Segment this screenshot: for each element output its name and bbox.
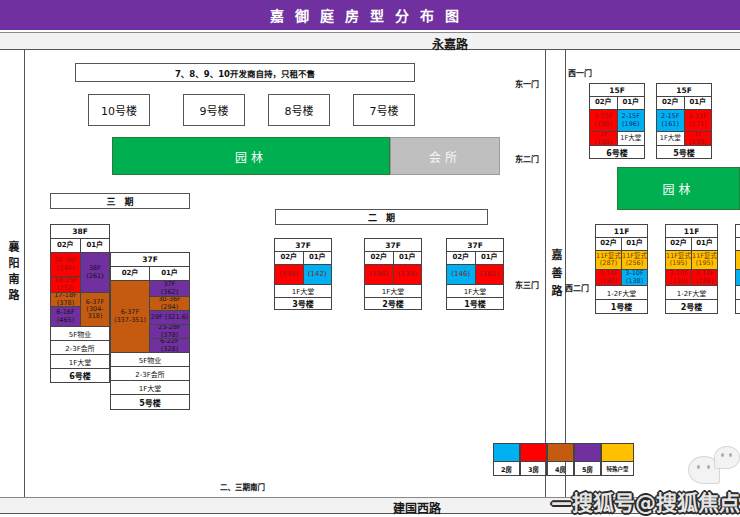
legend-item: 5房 bbox=[574, 443, 601, 476]
tower-floors: 15F bbox=[590, 84, 644, 97]
b6-unit02-header: 02户 bbox=[51, 239, 80, 252]
unit02-header: 02户 bbox=[657, 97, 684, 109]
legend-item: 2房 bbox=[493, 443, 520, 476]
unit-cell bbox=[736, 270, 740, 286]
unit01-header: 01户 bbox=[617, 97, 645, 109]
b5-lobby-row: 1F大堂 bbox=[111, 381, 189, 395]
b6-club-row: 2-3F会所 bbox=[51, 341, 109, 355]
unit01-header: 01户 bbox=[303, 252, 332, 264]
b6-property-row: 5F物业 bbox=[51, 327, 109, 341]
building-8: 8号楼 bbox=[268, 94, 330, 126]
b6-cell: 6-16F (465) bbox=[51, 307, 80, 326]
lobby-row: 1F大堂 bbox=[365, 285, 421, 298]
b5-club-row: 2-3F会所 bbox=[111, 367, 189, 381]
unit-cell: 1F大堂 bbox=[657, 132, 684, 145]
duplex-cell: 11F复式 (256) bbox=[621, 251, 647, 269]
unit02-cell: (196) bbox=[365, 265, 393, 284]
unit01-header: 01户 bbox=[475, 252, 504, 264]
tower-name: 3号楼 bbox=[275, 298, 331, 309]
unit-cell: 3-10F (190) bbox=[596, 270, 621, 285]
tower-name: 6号楼 bbox=[590, 146, 644, 158]
legend: 2房 3房 4房 5房 特殊户型 bbox=[493, 443, 634, 476]
garden-west: 园林 bbox=[112, 137, 390, 175]
gate-west-1: 西一门 bbox=[568, 67, 592, 78]
phase3-building-6: 38F 02户 01户 26-36F (345) 19-25F (252) 17… bbox=[50, 224, 110, 383]
east-tower-5: 15F 02户 01户 2-15F (161) 2-15F (171) 1F大堂… bbox=[656, 83, 712, 159]
building-10: 10号楼 bbox=[88, 94, 150, 126]
b5-cell: 29F (321.6) bbox=[150, 311, 189, 325]
unit02-header: 02户 bbox=[365, 252, 393, 264]
tower-name: 2号楼 bbox=[666, 300, 717, 313]
watermark-text: —搜狐号@搜狐焦点郑州站搜 bbox=[551, 486, 740, 516]
road-top-bar bbox=[0, 32, 740, 50]
gate-west-2: 西二门 bbox=[565, 282, 589, 293]
legend-label: 3房 bbox=[520, 462, 547, 476]
jiashan-road-east-line bbox=[565, 50, 566, 497]
b5-cell: 23-28F (378) bbox=[150, 325, 189, 339]
tower-floors: 37F bbox=[365, 239, 421, 252]
b5-unit02-header: 02户 bbox=[111, 267, 149, 280]
legend-swatch-4room bbox=[547, 443, 574, 462]
tower-floors: 11F bbox=[666, 225, 717, 238]
tower-floors: 15F bbox=[657, 84, 711, 97]
unit-cell: 3-10F (186) bbox=[691, 270, 717, 285]
b5-cell: 6-37F (337-351) bbox=[111, 281, 149, 352]
legend-label: 4房 bbox=[547, 462, 574, 476]
wechat-watermark-icon bbox=[686, 444, 740, 490]
b5-cell: 30-36F (294) bbox=[150, 297, 189, 311]
road-jiashan-label: 嘉善路 bbox=[547, 249, 563, 303]
duplex-cell: 11F复式 (195) bbox=[666, 251, 691, 269]
tower-floors: 11F bbox=[596, 225, 647, 238]
b6-unit01-header: 01户 bbox=[80, 239, 110, 252]
unit02-header: 02户 bbox=[275, 252, 303, 264]
unit-cell: 1F (190) bbox=[684, 132, 712, 145]
building-9: 9号楼 bbox=[183, 94, 245, 126]
duplex-cell: 11F复式 (195) bbox=[691, 251, 717, 269]
unit-cell: 3-10F (150) bbox=[666, 270, 691, 285]
gate-east-2: 东二门 bbox=[515, 153, 539, 164]
phase3-building-5: 37F 02户 01户 6-37F (337-351) 37F (362) 30… bbox=[110, 252, 190, 410]
road-xiangyang-label: 襄阳南路 bbox=[4, 241, 20, 305]
b6-cell: 19-25F (252) bbox=[51, 277, 80, 293]
unit02-header: 02户 bbox=[666, 238, 691, 250]
b5-unit01-header: 01户 bbox=[149, 267, 189, 280]
tower-floors: 37F bbox=[275, 239, 331, 252]
floorplan-map-page: 嘉御庭房型分布图 永嘉路 襄阳南路 嘉善路 7、8、9、10开发商自持，只租不售… bbox=[0, 0, 740, 517]
jiashan-road-west-line bbox=[545, 50, 546, 497]
unit01-header: 01户 bbox=[393, 252, 422, 264]
tower-floors: 37F bbox=[447, 239, 503, 252]
unit01-cell: (182) bbox=[475, 265, 504, 284]
unit01-header: 01户 bbox=[691, 238, 717, 250]
unit02-header: 02户 bbox=[447, 252, 475, 264]
phase2-tower-3: 37F 02户 01户 (195) (142) 1F大堂 3号楼 bbox=[274, 238, 332, 310]
building-7: 7号楼 bbox=[353, 94, 415, 126]
b6-cell: 6-37F (304-318) bbox=[81, 293, 109, 326]
unit02-cell: (195) bbox=[275, 265, 303, 284]
lobby-row: 1-2F大堂 bbox=[596, 286, 647, 300]
b5-name: 5号楼 bbox=[111, 395, 189, 409]
unit01-cell: (142) bbox=[303, 265, 332, 284]
tower-name: 1号楼 bbox=[596, 300, 647, 313]
tower-name: 2号楼 bbox=[365, 298, 421, 309]
road-jianguo-label: 建国西路 bbox=[393, 499, 441, 516]
gate-south: 二、三期南门 bbox=[220, 481, 265, 492]
legend-item: 4房 bbox=[547, 443, 574, 476]
legend-swatch-5room bbox=[574, 443, 601, 462]
unit02-cell: (146) bbox=[447, 265, 475, 284]
gate-east-3: 东三门 bbox=[515, 279, 539, 290]
road-yongjia-label: 永嘉路 bbox=[432, 35, 468, 52]
duplex-cell: 11F复式 (287) bbox=[596, 251, 621, 269]
unit-cell: 2-15F (161) bbox=[657, 110, 684, 131]
unit01-header: 01户 bbox=[621, 238, 647, 250]
gate-east-1: 东一门 bbox=[515, 78, 539, 89]
legend-swatch-special bbox=[601, 443, 634, 462]
east-tower-2: 11F 02户 01户 11F复式 (195) 11F复式 (195) 3-10… bbox=[665, 224, 718, 314]
legend-swatch-2room bbox=[493, 443, 520, 462]
legend-label: 5房 bbox=[574, 462, 601, 476]
map-west-border bbox=[24, 50, 25, 497]
garden-east: 园林 bbox=[617, 167, 740, 210]
b6-lobby-row: 1F大堂 bbox=[51, 355, 109, 369]
legend-swatch-3room bbox=[520, 443, 547, 462]
legend-item: 3房 bbox=[520, 443, 547, 476]
duplex-cell bbox=[736, 251, 740, 270]
